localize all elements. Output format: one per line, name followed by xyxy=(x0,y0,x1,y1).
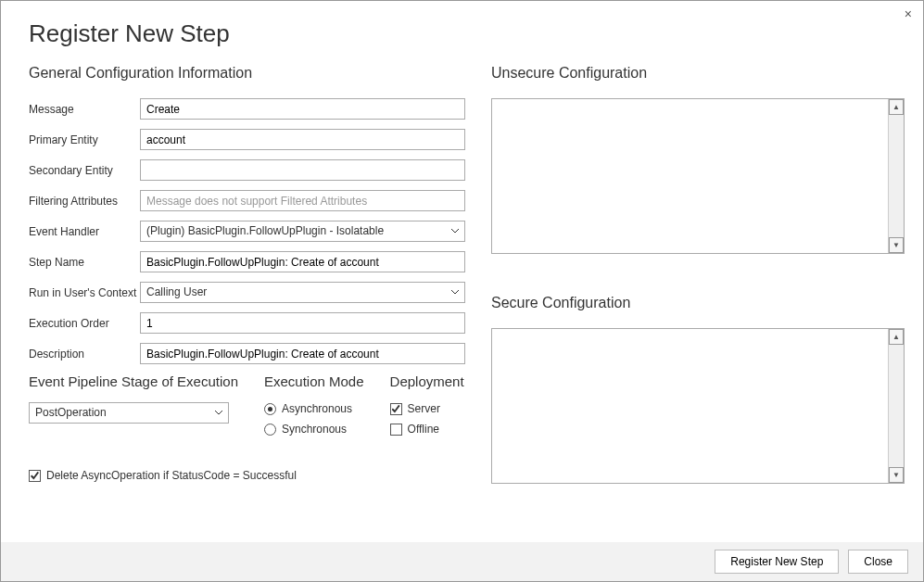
exec-mode-async-label: Asynchronous xyxy=(282,402,352,415)
secure-config-box: ▲ ▼ xyxy=(491,328,905,484)
spin-up-icon[interactable]: ▲ xyxy=(889,99,904,115)
primary-entity-input[interactable] xyxy=(140,129,465,150)
event-handler-value: (Plugin) BasicPlugin.FollowUpPlugin - Is… xyxy=(140,221,465,242)
unsecure-config-heading: Unsecure Configuration xyxy=(491,65,905,82)
scroll-spinner: ▲ ▼ xyxy=(888,99,904,253)
spin-up-icon[interactable]: ▲ xyxy=(889,329,904,345)
description-input[interactable] xyxy=(140,343,465,364)
checkbox-icon xyxy=(29,470,41,482)
event-handler-select[interactable]: (Plugin) BasicPlugin.FollowUpPlugin - Is… xyxy=(140,221,465,242)
description-label: Description xyxy=(29,348,140,361)
execution-order-input[interactable] xyxy=(140,312,465,334)
checkbox-icon xyxy=(390,424,402,436)
secondary-entity-input[interactable] xyxy=(140,159,465,181)
deployment-offline-option[interactable]: Offline xyxy=(390,423,464,436)
exec-mode-async-option[interactable]: Asynchronous xyxy=(264,402,364,415)
event-handler-label: Event Handler xyxy=(29,225,140,238)
message-label: Message xyxy=(29,103,140,116)
delete-async-label: Delete AsyncOperation if StatusCode = Su… xyxy=(46,469,297,482)
button-bar: Register New Step Close xyxy=(1,542,923,581)
register-new-step-button[interactable]: Register New Step xyxy=(715,550,839,574)
deployment-server-label: Server xyxy=(408,402,440,415)
deployment-heading: Deployment xyxy=(390,373,464,389)
run-context-value: Calling User xyxy=(140,282,465,303)
filtering-attributes-label: Filtering Attributes xyxy=(29,195,140,208)
secure-config-textarea[interactable] xyxy=(492,329,888,483)
scroll-spinner: ▲ ▼ xyxy=(888,329,904,483)
pipeline-stage-value: PostOperation xyxy=(29,402,229,424)
step-name-input[interactable] xyxy=(140,251,465,272)
radio-icon xyxy=(264,403,276,415)
spin-down-icon[interactable]: ▼ xyxy=(889,467,904,483)
step-name-label: Step Name xyxy=(29,256,140,269)
exec-mode-sync-option[interactable]: Synchronous xyxy=(264,423,364,436)
checkbox-icon xyxy=(390,403,402,415)
execution-order-label: Execution Order xyxy=(29,317,140,330)
message-input[interactable] xyxy=(140,98,465,120)
execution-mode-heading: Execution Mode xyxy=(264,373,364,389)
filtering-attributes-input[interactable] xyxy=(140,190,465,211)
run-context-label: Run in User's Context xyxy=(29,286,140,299)
spin-down-icon[interactable]: ▼ xyxy=(889,237,904,253)
general-config-heading: General Configuration Information xyxy=(29,65,465,82)
pipeline-heading: Event Pipeline Stage of Execution xyxy=(29,373,238,389)
run-context-select[interactable]: Calling User xyxy=(140,282,465,303)
deployment-offline-label: Offline xyxy=(408,423,439,436)
deployment-server-option[interactable]: Server xyxy=(390,402,464,415)
pipeline-stage-select[interactable]: PostOperation xyxy=(29,402,229,424)
unsecure-config-textarea[interactable] xyxy=(492,99,888,253)
close-icon[interactable]: × xyxy=(905,6,912,21)
unsecure-config-box: ▲ ▼ xyxy=(491,98,905,254)
dialog-title: Register New Step xyxy=(1,1,923,65)
close-button[interactable]: Close xyxy=(848,550,908,574)
radio-icon xyxy=(264,424,276,436)
delete-async-option[interactable]: Delete AsyncOperation if StatusCode = Su… xyxy=(29,469,465,482)
primary-entity-label: Primary Entity xyxy=(29,133,140,146)
secure-config-heading: Secure Configuration xyxy=(491,295,905,311)
secondary-entity-label: Secondary Entity xyxy=(29,164,140,177)
exec-mode-sync-label: Synchronous xyxy=(282,423,347,436)
